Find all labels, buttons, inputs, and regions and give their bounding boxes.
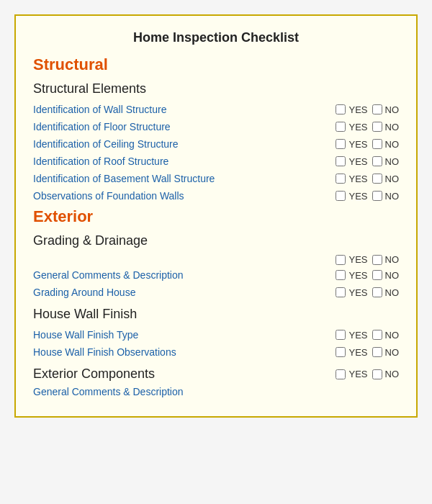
row-exterior-general: General Comments & Description — [33, 384, 399, 399]
subsection-house-wall-finish: House Wall Finish — [33, 307, 399, 322]
label-roof-structure[interactable]: Identification of Roof Structure — [33, 156, 305, 167]
subsection-grading-drainage: Grading & Drainage — [33, 233, 399, 248]
row-foundation-walls: Observations of Foundation Walls YES NO — [33, 189, 399, 203]
label-ceiling-structure[interactable]: Identification of Ceiling Structure — [33, 138, 305, 150]
yes-group-wall-structure: YES — [336, 104, 367, 115]
yes-checkbox-ceiling-structure[interactable] — [336, 139, 346, 149]
no-checkbox-floor-structure[interactable] — [372, 122, 382, 132]
page-container: Home Inspection Checklist Structural Str… — [14, 14, 418, 418]
row-roof-structure: Identification of Roof Structure YES NO — [33, 154, 399, 168]
no-checkbox-roof-structure[interactable] — [372, 156, 382, 166]
section-exterior: Exterior — [33, 207, 399, 226]
controls-wall-structure: YES NO — [305, 104, 399, 115]
label-floor-structure[interactable]: Identification of Floor Structure — [33, 121, 305, 132]
row-wall-finish-type: House Wall Finish Type YES NO — [33, 328, 399, 342]
yes-checkbox-grading-general[interactable] — [336, 270, 346, 280]
label-basement-wall[interactable]: Identification of Basement Wall Structur… — [33, 173, 305, 184]
yes-checkbox-basement-wall[interactable] — [336, 174, 346, 184]
yes-checkbox-exterior-components[interactable] — [336, 369, 346, 379]
no-checkbox-basement-wall[interactable] — [372, 174, 382, 184]
section-structural: Structural — [33, 55, 399, 74]
yes-checkbox-foundation-walls[interactable] — [336, 191, 346, 201]
subsection-exterior-components: Exterior Components — [33, 366, 155, 382]
grading-section-row: YES NO — [33, 254, 399, 265]
yes-checkbox-wall-finish-type[interactable] — [336, 330, 346, 340]
no-checkbox-grading-around[interactable] — [372, 287, 382, 297]
label-exterior-general[interactable]: General Comments & Description — [33, 386, 305, 397]
page-title: Home Inspection Checklist — [33, 30, 399, 45]
row-wall-finish-observations: House Wall Finish Observations YES NO — [33, 345, 399, 359]
no-checkbox-exterior-components[interactable] — [372, 369, 382, 379]
controls-floor-structure: YES NO — [305, 122, 399, 132]
row-wall-structure: Identification of Wall Structure YES NO — [33, 102, 399, 117]
yes-checkbox-wall-structure[interactable] — [336, 104, 346, 114]
label-grading-around-house[interactable]: Grading Around House — [33, 287, 305, 298]
row-ceiling-structure: Identification of Ceiling Structure YES … — [33, 137, 399, 151]
row-floor-structure: Identification of Floor Structure YES NO — [33, 120, 399, 134]
no-checkbox-wall-structure[interactable] — [372, 104, 382, 114]
no-checkbox-foundation-walls[interactable] — [372, 191, 382, 201]
yes-label-wall-structure: YES — [348, 104, 367, 115]
no-checkbox-wall-finish-type[interactable] — [372, 330, 382, 340]
label-wall-finish-observations[interactable]: House Wall Finish Observations — [33, 346, 305, 358]
row-basement-wall: Identification of Basement Wall Structur… — [33, 171, 399, 186]
label-wall-structure[interactable]: Identification of Wall Structure — [33, 104, 305, 115]
row-grading-around-house: Grading Around House YES NO — [33, 285, 399, 300]
yes-checkbox-grading-section[interactable] — [336, 255, 346, 265]
no-checkbox-wall-finish-obs[interactable] — [372, 347, 382, 357]
no-group-wall-structure: NO — [372, 104, 400, 115]
no-checkbox-grading-section[interactable] — [372, 255, 382, 265]
yes-checkbox-roof-structure[interactable] — [336, 156, 346, 166]
no-checkbox-grading-general[interactable] — [372, 270, 382, 280]
subsection-structural-elements: Structural Elements — [33, 81, 399, 96]
yes-checkbox-wall-finish-obs[interactable] — [336, 347, 346, 357]
no-label-wall-structure: NO — [385, 104, 400, 115]
yes-checkbox-grading-around[interactable] — [336, 287, 346, 297]
yes-checkbox-floor-structure[interactable] — [336, 122, 346, 132]
exterior-components-row: Exterior Components YES NO — [33, 366, 399, 382]
label-grading-general[interactable]: General Comments & Description — [33, 269, 305, 281]
no-checkbox-ceiling-structure[interactable] — [372, 139, 382, 149]
label-wall-finish-type[interactable]: House Wall Finish Type — [33, 329, 305, 341]
label-foundation-walls[interactable]: Observations of Foundation Walls — [33, 190, 305, 202]
row-grading-general: General Comments & Description YES NO — [33, 268, 399, 282]
